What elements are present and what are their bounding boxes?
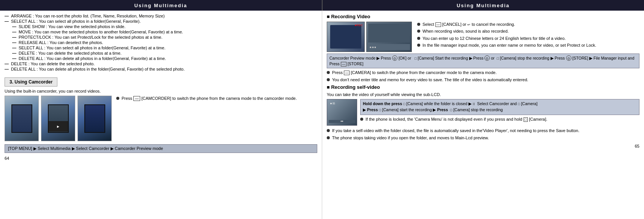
- bullet-self-save: If you take a self-video with the folder…: [327, 128, 639, 134]
- bullet-camcorder-switch: Press — [CAMCORDER] to switch the phone …: [116, 96, 317, 101]
- locked-bullet: If the phone is locked, the 'Camera Menu…: [360, 117, 639, 122]
- bullet-file-manager: In the file manager input mode, you can …: [417, 43, 639, 48]
- list-item: — RELEASE ALL : You can deselect the pho…: [12, 40, 317, 45]
- submenu-list: — SLIDE SHOW : You can view the selected…: [12, 24, 317, 61]
- list-item: — DELETE : You can delete the selected p…: [12, 51, 317, 55]
- self-video-section: ■ 韩 ■■ Hold down the press □ [Camera] wh…: [327, 99, 639, 126]
- bullet-icon: [417, 37, 420, 40]
- dash-icon: —: [12, 51, 16, 55]
- bullet-sound: When recording video, sound is also reco…: [417, 28, 639, 34]
- menu-text: SELECT ALL : You can select all photos i…: [11, 19, 141, 24]
- bullet-icon: [360, 118, 363, 121]
- menu-text: DELETE : You can delete the selected pho…: [19, 51, 122, 55]
- phone-image-2: ▶: [41, 96, 75, 141]
- nav-bar-left: [TOP MENU] ▶ Select Multimedia ▶ Select …: [5, 144, 317, 153]
- recording-self-title: ■ Recording self-video: [327, 84, 639, 90]
- menu-text: MOVE : You can move the selected photos …: [19, 30, 183, 34]
- nav-bar-recording: Camcorder Preview mode ▶ Press ⊙ [OK] or…: [327, 54, 639, 68]
- recording-video-title: ■ Recording Video: [327, 14, 639, 19]
- rec-image-2: ■ ■ ■: [366, 22, 412, 52]
- menu-text: DELETE : You can delete the selected pho…: [11, 61, 95, 66]
- section-header-wrapper: 3. Using Camcorder: [5, 74, 317, 89]
- list-item: — MOVE : You can move the selected photo…: [12, 30, 317, 34]
- rec-image-1: ●REC: [327, 22, 365, 52]
- list-item: — ARRANGE : You can re-sort the photo li…: [5, 14, 317, 18]
- header-left-title: Using Multimedia: [0, 0, 322, 11]
- phone-image-3: [78, 96, 112, 141]
- left-panel: — ARRANGE : You can re-sort the photo li…: [0, 11, 322, 219]
- menu-text: ARRANGE : You can re-sort the photo list…: [11, 14, 165, 18]
- list-item: — DELETE ALL : You can delete all photos…: [5, 67, 317, 71]
- header-right-title: Using Multimedia: [323, 0, 644, 11]
- list-item: — DELETE : You can delete the selected p…: [5, 61, 317, 66]
- hold-bar-container: Hold down the press □ [Camera] while the…: [360, 99, 639, 126]
- header: Using Multimedia Using Multimedia: [0, 0, 644, 11]
- dash-icon: —: [5, 61, 9, 66]
- bullet-locked: If the phone is locked, the 'Camera Menu…: [360, 117, 639, 122]
- bullet-text: In the file manager input mode, you can …: [422, 43, 596, 48]
- bullet-icon: [327, 78, 330, 81]
- section-header: 3. Using Camcorder: [5, 77, 57, 87]
- hold-text: Hold down the press □ [Camera] while the…: [363, 101, 538, 112]
- menu-text: SELECT ALL : You can select all photos i…: [19, 46, 165, 50]
- bullet-icon: [417, 23, 420, 26]
- content-area: — ARRANGE : You can re-sort the photo li…: [0, 11, 644, 219]
- bullet-text: Select — [CANCEL] or ↩ to cancel the rec…: [422, 22, 515, 27]
- recording-video-content: ●REC ■ ■ ■ Se: [327, 22, 639, 52]
- dash-icon: —: [5, 19, 9, 24]
- camcorder-images: ▶ Press — [CAMCOR: [5, 96, 317, 141]
- self-video-bullets: If you take a self-video with the folder…: [327, 128, 639, 141]
- list-item: — PROTECT/LOCK : You can set Protect/Loc…: [12, 35, 317, 39]
- dash-icon: —: [12, 46, 16, 50]
- recording-self-desc: You can take the video of yourself while…: [327, 92, 639, 97]
- list-item: — SLIDE SHOW : You can view the selected…: [12, 24, 317, 29]
- dash-icon: —: [12, 56, 16, 61]
- bullet-self-stop: The phone stops taking video if you open…: [327, 135, 639, 141]
- bullet-text: Press — [CAMCORDER] to switch the phone …: [122, 96, 297, 101]
- dash-icon: —: [12, 40, 16, 45]
- bullet-icon: [327, 129, 330, 132]
- bullet-icon: [417, 44, 420, 47]
- bullet-icon: [327, 136, 330, 139]
- bullet-text: If the phone is locked, the 'Camera Menu…: [366, 117, 547, 122]
- menu-text: DELETE ALL : You can delete all photos i…: [19, 56, 166, 61]
- bullet-icon: [417, 30, 420, 33]
- bullet-text: You can enter up to 12 Chinese letters o…: [422, 36, 566, 41]
- bullet-chinese: You can enter up to 12 Chinese letters o…: [417, 36, 639, 41]
- dash-icon: —: [12, 24, 16, 29]
- hold-bar: Hold down the press □ [Camera] while the…: [360, 99, 639, 115]
- camcorder-bullet-text: Press — [CAMCORDER] to switch the phone …: [114, 96, 317, 141]
- bullet-icon: [327, 71, 330, 74]
- dash-icon: —: [5, 67, 9, 71]
- bullet-text: The phone stops taking video if you open…: [332, 135, 489, 141]
- recording-images: ●REC ■ ■ ■: [327, 22, 412, 52]
- nav-bar-recording-text: Camcorder Preview mode ▶ Press ⊙ [OK] or…: [329, 56, 634, 66]
- bullet-no-title: You don't need enter title and memo for …: [327, 77, 639, 83]
- press-bullets: Press — [CAMERA] to switch the phone fro…: [327, 70, 639, 83]
- section-self-title-text: ■ Recording self-video: [327, 84, 380, 90]
- page-number-right: 65: [327, 142, 639, 150]
- menu-text: RELEASE ALL : You can deselect the photo…: [19, 40, 103, 45]
- bullet-text: If you take a self-video with the folder…: [332, 128, 579, 134]
- list-item: — SELECT ALL : You can select all photos…: [12, 46, 317, 50]
- bullet-text: You don't need enter title and memo for …: [332, 77, 528, 83]
- bullet-text: When recording video, sound is also reco…: [422, 28, 509, 34]
- page-number-left: 64: [5, 154, 317, 162]
- bullet-text: Press — [CAMERA] to switch the phone fro…: [332, 70, 497, 76]
- menu-list: — ARRANGE : You can re-sort the photo li…: [5, 14, 317, 71]
- right-panel: ■ Recording Video ●REC: [322, 11, 644, 219]
- rec-info-bullets: Select — [CANCEL] or ↩ to cancel the rec…: [414, 22, 639, 52]
- phone-image-1: [5, 96, 39, 141]
- nav-bar-text: [TOP MENU] ▶ Select Multimedia ▶ Select …: [8, 146, 163, 151]
- dash-icon: —: [5, 14, 9, 18]
- menu-text: SLIDE SHOW : You can view the selected p…: [19, 24, 125, 29]
- dash-icon: —: [12, 35, 16, 39]
- section-title-text: ■ Recording Video: [327, 14, 370, 19]
- bullet-press-camera: Press — [CAMERA] to switch the phone fro…: [327, 70, 639, 76]
- dash-icon: —: [12, 30, 16, 34]
- list-item: — SELECT ALL : You can select all photos…: [5, 19, 317, 24]
- bullet-cancel: Select — [CANCEL] or ↩ to cancel the rec…: [417, 22, 639, 27]
- page-container: Using Multimedia Using Multimedia — ARRA…: [0, 0, 644, 219]
- menu-text: DELETE ALL : You can delete all photos i…: [11, 67, 185, 71]
- list-item: — DELETE ALL : You can delete all photos…: [12, 56, 317, 61]
